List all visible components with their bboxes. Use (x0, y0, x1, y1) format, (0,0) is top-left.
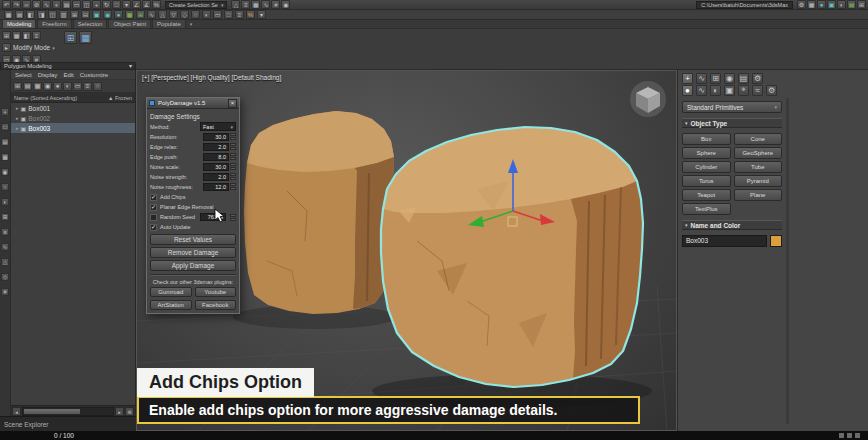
ribbon-tool-icon[interactable]: ▦ (12, 31, 21, 40)
selection-set-dropdown[interactable]: Create Selection Se ▾ (165, 1, 227, 9)
menu-select[interactable]: Select (15, 72, 32, 78)
status-icon[interactable] (839, 433, 844, 438)
menu-edit[interactable]: Edit (63, 72, 73, 78)
explorer-tool-icon[interactable]: ▭ (73, 82, 82, 91)
window-crossing-icon[interactable]: ◫ (82, 0, 91, 9)
sidebar-tool-icon[interactable]: # (1, 288, 9, 296)
toolbar-icon[interactable]: ▽ (169, 10, 178, 19)
spinner-arrows[interactable] (230, 163, 236, 170)
explorer-option-button[interactable]: ⊞ (125, 407, 134, 416)
name-column-header[interactable]: Name (Sorted Ascending) (14, 95, 77, 101)
layout-grid-icon[interactable]: ▦ (79, 31, 92, 44)
select-link-icon[interactable]: ∞ (22, 0, 31, 9)
selection-region-icon[interactable]: ▭ (72, 0, 81, 9)
toolbar-icon[interactable]: ≡ (235, 10, 244, 19)
apply-damage-button[interactable]: Apply Damage (150, 260, 236, 271)
toolbar-icon[interactable]: ∿ (147, 10, 156, 19)
ribbon-tool-icon[interactable]: ⊞ (2, 31, 11, 40)
spacewarps-category-icon[interactable]: ≈ (752, 85, 763, 96)
modify-mode-control[interactable]: ▸ Modify Mode ▾ (2, 43, 55, 52)
redo-icon[interactable]: ↷ (12, 0, 21, 9)
tube-button[interactable]: Tube (734, 161, 783, 173)
cylinder-button[interactable]: Cylinder (682, 161, 731, 173)
status-icon[interactable] (847, 433, 852, 438)
menu-display[interactable]: Display (38, 72, 58, 78)
project-path-field[interactable]: C:\Users\batuh\Documents\3dsMax (696, 1, 793, 9)
material-editor-icon[interactable]: ◉ (281, 0, 290, 9)
scrollbar-thumb[interactable] (24, 409, 80, 414)
ribbon-tool-icon[interactable]: ≡ (32, 31, 41, 40)
menu-customize[interactable]: Customize (80, 72, 108, 78)
auto-update-row[interactable]: ✓ Auto Update (150, 222, 236, 232)
curve-editor-icon[interactable]: ∿ (261, 0, 270, 9)
checkbox[interactable]: ✓ (150, 194, 157, 201)
sidebar-tool-icon[interactable]: ○ (1, 183, 9, 191)
facebook-link-button[interactable]: Facebook (195, 300, 237, 310)
object-type-rollout[interactable]: ▾ Object Type (682, 118, 782, 128)
value-field[interactable]: 30.0 (203, 163, 229, 171)
chevron-down-icon[interactable]: ▾ (187, 21, 196, 28)
toolbar-icon[interactable]: ▥ (59, 10, 68, 19)
render-icon[interactable]: ● (817, 0, 826, 9)
value-field[interactable]: 2.0 (203, 143, 229, 151)
expand-arrow-icon[interactable]: ▸ (16, 125, 19, 131)
frozen-column-header[interactable]: ▲ Frozen (108, 95, 132, 101)
undo-icon[interactable]: ↶ (2, 0, 11, 9)
systems-category-icon[interactable]: ⚙ (766, 85, 777, 96)
bind-spacewarp-icon[interactable]: ∿ (42, 0, 51, 9)
toolbar-icon[interactable]: ◫ (48, 10, 57, 19)
teapot-button[interactable]: Teapot (682, 189, 731, 201)
sidebar-tool-icon[interactable]: ▦ (1, 153, 9, 161)
scroll-right-button[interactable]: ▸ (115, 407, 124, 416)
mirror-icon[interactable]: △ (231, 0, 240, 9)
toolbar-icon[interactable]: ◨ (37, 10, 46, 19)
scrollbar-track[interactable] (22, 407, 114, 416)
method-dropdown[interactable]: Fast ▾ (200, 122, 236, 131)
toolbar-icon[interactable]: ● (114, 10, 123, 19)
explorer-tool-icon[interactable]: ⊞ (13, 82, 22, 91)
box-button[interactable]: Box (682, 133, 731, 145)
Box002[interactable]: ▸ ▣ Box002 (11, 113, 135, 123)
motion-tab-icon[interactable]: ◉ (724, 73, 735, 84)
scene-explorer-header[interactable]: Name (Sorted Ascending) ▲ Frozen (11, 93, 135, 103)
align-icon[interactable]: ≡ (241, 0, 250, 9)
layout-grid-icon[interactable]: ⊞ (64, 31, 77, 44)
search-icon[interactable]: ○ (93, 82, 102, 91)
sidebar-tool-icon[interactable]: ∿ (1, 243, 9, 251)
value-field[interactable]: 2.0 (203, 173, 229, 181)
angle-snap-icon[interactable]: ∡ (142, 0, 151, 9)
remove-damage-button[interactable]: Remove Damage (150, 247, 236, 258)
object-name-field[interactable]: Box003 (682, 235, 767, 247)
render-setup-icon[interactable]: ⚙ (797, 0, 806, 9)
create-tab-icon[interactable]: + (682, 73, 693, 84)
sidebar-tool-icon[interactable]: ⊞ (1, 213, 9, 221)
explorer-tool-icon[interactable]: ▤ (23, 82, 32, 91)
value-field[interactable]: 8.0 (203, 153, 229, 161)
hierarchy-tab-icon[interactable]: ⊞ (710, 73, 721, 84)
toolbar-icon[interactable]: ◉ (103, 10, 112, 19)
toolbar-icon[interactable]: ◧ (26, 10, 35, 19)
ribbon-tool-icon[interactable]: ◧ (22, 31, 31, 40)
viewport-header[interactable]: [+] [Perspective] [High Quality] [Defaul… (142, 74, 281, 81)
explorer-tool-icon[interactable]: ≡ (83, 82, 92, 91)
toolbar-icon[interactable]: ▣ (827, 0, 836, 9)
layer-manager-icon[interactable]: ▦ (251, 0, 260, 9)
checkbox[interactable]: ✓ (150, 204, 157, 211)
snap-toggle-icon[interactable]: ∠ (132, 0, 141, 9)
sidebar-tool-icon[interactable]: ◉ (1, 168, 9, 176)
toolbar-icon[interactable]: ◇ (180, 10, 189, 19)
select-by-name-icon[interactable]: ▤ (62, 0, 71, 9)
toolbar-icon[interactable]: ⊞ (70, 10, 79, 19)
cone-button[interactable]: Cone (734, 133, 783, 145)
sidebar-tool-icon[interactable]: ▭ (1, 123, 9, 131)
geosphere-button[interactable]: GeoSphere (734, 147, 783, 159)
select-object-icon[interactable]: ⌖ (52, 0, 61, 9)
object-color-swatch[interactable] (770, 235, 782, 247)
toolbar-icon[interactable]: □ (224, 10, 233, 19)
polygon-modeling-bar[interactable]: Polygon Modeling ▾ (0, 62, 136, 70)
explorer-tool-icon[interactable]: ● (53, 82, 62, 91)
coord-system-icon[interactable]: ▾ (122, 0, 131, 9)
horizontal-scrollbar[interactable]: ◂ ▸ ⊞ (11, 405, 135, 416)
box002-object[interactable] (244, 111, 394, 314)
select-rotate-icon[interactable]: ↻ (102, 0, 111, 9)
